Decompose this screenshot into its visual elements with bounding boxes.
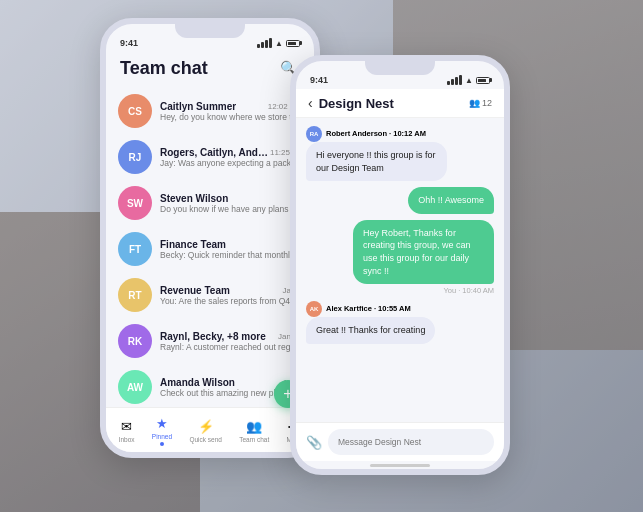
right-phone-body: 9:41 ▲ ‹ Design Nest xyxy=(290,55,510,475)
wifi-icon-right: ▲ xyxy=(465,76,473,85)
nav-label: Inbox xyxy=(119,436,135,443)
status-icons-left: ▲ xyxy=(257,38,300,48)
nav-icon: ✉ xyxy=(121,419,132,434)
wifi-icon: ▲ xyxy=(275,39,283,48)
nav-label: Team chat xyxy=(239,436,269,443)
chat-name: Revenue Team xyxy=(160,285,230,296)
messages-area: RA Robert Anderson · 10:12 AM Hi everyon… xyxy=(296,118,504,460)
message-row: Hey Robert, Thanks for creating this gro… xyxy=(306,220,494,295)
sender-name: Alex Kartfice · 10:55 AM xyxy=(326,304,411,313)
page-title: Team chat xyxy=(120,58,208,79)
nav-icon: 👥 xyxy=(246,419,262,434)
sender-line: AK Alex Kartfice · 10:55 AM xyxy=(306,301,411,317)
chat-name: Design Nest xyxy=(319,96,463,111)
message-input[interactable] xyxy=(328,429,494,455)
chat-name-row: Steven Wilson xyxy=(160,193,302,204)
message-row: Ohh !! Awesome xyxy=(306,187,494,214)
chat-name-row: Revenue Team Jan 2 xyxy=(160,285,302,296)
attach-button[interactable]: 📎 xyxy=(306,435,322,450)
time-right: 9:41 xyxy=(310,75,328,85)
nav-item-quick-send[interactable]: ⚡ Quick send xyxy=(185,417,226,445)
chat-preview: You: Are the sales reports from Q4 avail… xyxy=(160,296,302,306)
left-phone-body: 9:41 ▲ Team chat 🔍 xyxy=(100,18,320,458)
chat-info: Steven Wilson Do you know if we have any… xyxy=(160,193,302,214)
chat-preview: Do you know if we have any plans for the… xyxy=(160,204,302,214)
nav-item-team-chat[interactable]: 👥 Team chat xyxy=(235,417,273,445)
avatar: SW xyxy=(118,186,152,220)
nav-item-inbox[interactable]: ✉ Inbox xyxy=(115,417,139,445)
chat-name: Raynl, Becky, +8 more xyxy=(160,331,266,342)
chat-info: Raynl, Becky, +8 more Jan 21 Raynl: A cu… xyxy=(160,331,302,352)
nav-icon: ★ xyxy=(156,416,168,431)
chat-list-item[interactable]: FT Finance Team Becky: Quick reminder th… xyxy=(106,226,314,272)
avatar: RT xyxy=(118,278,152,312)
chat-info: Revenue Team Jan 2 You: Are the sales re… xyxy=(160,285,302,306)
chat-list-item[interactable]: CS Caitlyn Summer 12:02 PM Hey, do you k… xyxy=(106,88,314,134)
left-phone: 9:41 ▲ Team chat 🔍 xyxy=(100,18,320,458)
chat-name: Rogers, Caitlyn, Andrew xyxy=(160,147,270,158)
chat-name-row: Raynl, Becky, +8 more Jan 21 xyxy=(160,331,302,342)
home-indicator xyxy=(370,464,430,467)
right-phone: 9:41 ▲ ‹ Design Nest xyxy=(290,55,510,475)
chat-preview: Hey, do you know where we store the file… xyxy=(160,112,302,122)
nav-label: Pinned xyxy=(152,433,172,440)
bottom-nav: ✉ Inbox ★ Pinned ⚡ Quick send 👥 Team cha… xyxy=(106,407,314,452)
battery-icon xyxy=(286,40,300,47)
chat-list-item[interactable]: SW Steven Wilson Do you know if we have … xyxy=(106,180,314,226)
sender-avatar: AK xyxy=(306,301,322,317)
battery-icon-right xyxy=(476,77,490,84)
message-row: AK Alex Kartfice · 10:55 AM Great !! Tha… xyxy=(306,301,494,344)
member-icon: 👥 xyxy=(469,98,480,108)
status-icons-right: ▲ xyxy=(447,75,490,85)
chat-list-item[interactable]: RK Raynl, Becky, +8 more Jan 21 Raynl: A… xyxy=(106,318,314,364)
notch xyxy=(175,24,245,38)
nav-label: Quick send xyxy=(189,436,222,443)
message-meta: You · 10:40 AM xyxy=(443,286,494,295)
chat-list-item[interactable]: RJ Rogers, Caitlyn, Andrew 11:25 Ph Jay:… xyxy=(106,134,314,180)
avatar: RJ xyxy=(118,140,152,174)
message-input-area: 📎 xyxy=(296,422,504,461)
chat-detail-header: ‹ Design Nest 👥 12 xyxy=(296,89,504,118)
notch-right xyxy=(365,61,435,75)
chat-preview: Jay: Was anyone expecting a package from… xyxy=(160,158,302,168)
time-left: 9:41 xyxy=(120,38,138,48)
avatar: AW xyxy=(118,370,152,404)
chat-info: Finance Team Becky: Quick reminder that … xyxy=(160,239,302,260)
back-button[interactable]: ‹ xyxy=(308,95,313,111)
message-row: RA Robert Anderson · 10:12 AM Hi everyon… xyxy=(306,126,494,181)
chat-name: Amanda Wilson xyxy=(160,377,235,388)
message-bubble: Hi everyone !! this group is for our Des… xyxy=(306,142,447,181)
nav-active-indicator xyxy=(160,442,164,446)
avatar: CS xyxy=(118,94,152,128)
chat-info: Caitlyn Summer 12:02 PM Hey, do you know… xyxy=(160,101,302,122)
chat-preview: Raynl: A customer reached out regarding … xyxy=(160,342,302,352)
member-count: 👥 12 xyxy=(469,98,492,108)
chat-name: Finance Team xyxy=(160,239,226,250)
sender-line: RA Robert Anderson · 10:12 AM xyxy=(306,126,426,142)
chat-header: Team chat 🔍 xyxy=(106,52,314,88)
chat-name: Caitlyn Summer xyxy=(160,101,236,112)
chat-preview: Becky: Quick reminder that monthly expen… xyxy=(160,250,302,260)
chat-name-row: Rogers, Caitlyn, Andrew 11:25 Ph xyxy=(160,147,302,158)
chat-name-row: Caitlyn Summer 12:02 PM xyxy=(160,101,302,112)
message-bubble: Ohh !! Awesome xyxy=(408,187,494,214)
avatar: FT xyxy=(118,232,152,266)
message-bubble: Great !! Thanks for creating xyxy=(306,317,435,344)
sender-name: Robert Anderson · 10:12 AM xyxy=(326,129,426,138)
member-number: 12 xyxy=(482,98,492,108)
sender-avatar: RA xyxy=(306,126,322,142)
nav-icon: ⚡ xyxy=(198,419,214,434)
nav-item-pinned[interactable]: ★ Pinned xyxy=(148,414,176,448)
chat-name: Steven Wilson xyxy=(160,193,228,204)
chat-info: Rogers, Caitlyn, Andrew 11:25 Ph Jay: Wa… xyxy=(160,147,302,168)
message-bubble: Hey Robert, Thanks for creating this gro… xyxy=(353,220,494,284)
avatar: RK xyxy=(118,324,152,358)
chat-name-row: Finance Team xyxy=(160,239,302,250)
chat-list-item[interactable]: RT Revenue Team Jan 2 You: Are the sales… xyxy=(106,272,314,318)
